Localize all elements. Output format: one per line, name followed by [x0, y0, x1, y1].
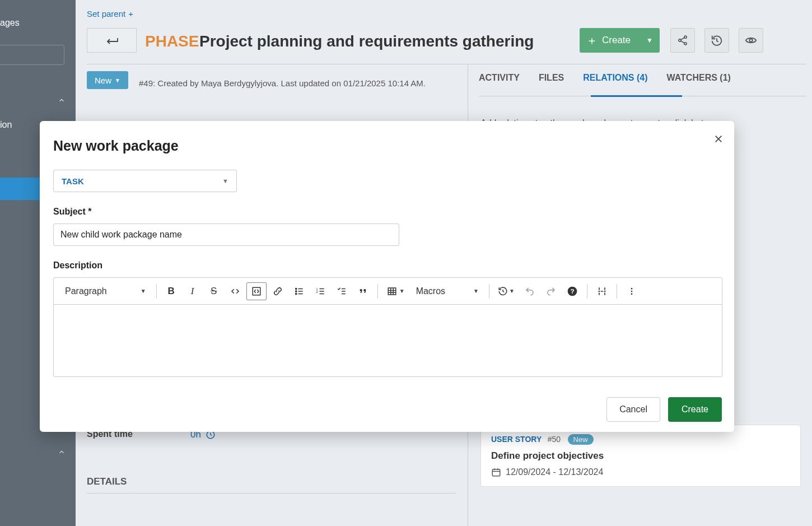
details-header: DETAILS	[87, 476, 127, 487]
link-button[interactable]	[268, 282, 288, 300]
editor-toolbar: Paragraph ▼ B I S 12	[54, 278, 722, 305]
chevron-down-icon: ▼	[115, 77, 120, 83]
bold-button[interactable]: B	[161, 282, 181, 300]
svg-line-4	[681, 41, 685, 43]
create-button[interactable]: ＋ Create ▼	[580, 28, 660, 53]
chevron-down-icon: ▼	[399, 288, 405, 294]
chevron-up-icon[interactable]	[58, 96, 66, 104]
svg-point-42	[631, 288, 633, 290]
svg-point-44	[631, 293, 633, 295]
close-button[interactable]	[714, 134, 723, 143]
plus-icon: ＋	[586, 33, 598, 48]
divider	[377, 284, 378, 299]
description-editor: Paragraph ▼ B I S 12	[53, 277, 722, 377]
wp-type-badge: PHASE	[145, 32, 199, 50]
activity-button[interactable]	[704, 28, 729, 53]
sidebar-label-2: ion	[0, 120, 12, 130]
svg-point-5	[749, 39, 753, 42]
chevron-down-icon: ▼	[141, 288, 146, 294]
strike-button[interactable]: S	[204, 282, 224, 300]
italic-button[interactable]: I	[183, 282, 203, 300]
svg-rect-13	[253, 287, 260, 295]
back-button[interactable]	[87, 28, 137, 53]
relation-title: Define project objectives	[491, 450, 790, 462]
svg-point-43	[631, 290, 633, 292]
new-work-package-modal: New work package TASK ▼ Subject * Descri…	[40, 121, 734, 432]
tabs: ACTIVITY FILES RELATIONS (4) WATCHERS (1…	[479, 73, 731, 83]
modal-title: New work package	[53, 138, 721, 154]
divider	[156, 284, 157, 299]
editor-body[interactable]	[54, 305, 722, 376]
status-dropdown[interactable]: New ▼	[87, 71, 128, 89]
share-button[interactable]	[670, 28, 695, 53]
sidebar-label: ages	[0, 18, 76, 28]
relation-card[interactable]: USER STORY #50 New Define project object…	[480, 425, 801, 487]
tab-files[interactable]: FILES	[539, 73, 564, 83]
create-submit-button[interactable]: Create	[668, 397, 722, 422]
chevron-up-icon[interactable]	[58, 448, 66, 456]
code-button[interactable]	[225, 282, 245, 300]
tab-activity[interactable]: ACTIVITY	[479, 73, 520, 83]
status-label: New	[95, 76, 111, 85]
description-label: Description	[53, 260, 721, 271]
calendar-icon	[491, 467, 501, 477]
divider	[87, 493, 456, 494]
cancel-button[interactable]: Cancel	[606, 397, 660, 422]
subject-input[interactable]	[53, 224, 399, 246]
paragraph-label: Paragraph	[65, 286, 107, 296]
svg-point-15	[295, 290, 296, 291]
chevron-down-icon: ▼	[646, 36, 653, 44]
relation-status: New	[568, 434, 594, 445]
svg-line-3	[681, 38, 685, 40]
create-label: Create	[602, 35, 631, 46]
created-info: #49: Created by Maya Berdygylyjova. Last…	[139, 78, 426, 88]
divider	[489, 284, 489, 299]
table-button[interactable]: ▼	[382, 282, 409, 300]
type-select[interactable]: TASK ▼	[53, 170, 237, 192]
bullet-list-button[interactable]	[289, 282, 309, 300]
type-value: TASK	[62, 176, 84, 186]
svg-point-16	[295, 293, 296, 294]
chevron-down-icon: ▼	[509, 288, 515, 294]
svg-text:2: 2	[316, 290, 318, 294]
set-parent-label: Set parent	[87, 9, 125, 18]
relation-id: #50	[548, 435, 561, 444]
redo-button[interactable]	[541, 282, 561, 300]
tab-relations[interactable]: RELATIONS (4)	[583, 73, 647, 83]
task-list-button[interactable]	[332, 282, 352, 300]
wp-title[interactable]: Project planning and requirements gather…	[199, 32, 534, 50]
svg-text:?: ?	[570, 287, 574, 295]
set-parent-link[interactable]: Set parent +	[87, 9, 133, 18]
divider	[617, 284, 617, 299]
tab-watchers[interactable]: WATCHERS (1)	[667, 73, 731, 83]
modal-actions: Cancel Create	[606, 397, 722, 422]
divider	[87, 64, 806, 64]
help-button[interactable]: ?	[562, 282, 582, 300]
history-button[interactable]: ▼	[494, 282, 519, 300]
relation-type: USER STORY	[491, 435, 542, 444]
undo-button[interactable]	[520, 282, 540, 300]
svg-rect-28	[388, 288, 396, 295]
plus-icon: +	[128, 9, 133, 18]
chevron-down-icon: ▼	[473, 288, 479, 294]
chevron-down-icon: ▼	[222, 178, 228, 184]
watch-button[interactable]	[739, 28, 763, 53]
macros-dropdown[interactable]: Macros ▼	[410, 286, 484, 296]
paragraph-dropdown[interactable]: Paragraph ▼	[59, 286, 152, 296]
tab-underline	[591, 95, 682, 97]
svg-point-14	[295, 288, 296, 289]
relation-dates-text: 12/09/2024 - 12/13/2024	[506, 467, 603, 477]
page-break-button[interactable]	[592, 282, 612, 300]
more-button[interactable]	[622, 282, 642, 300]
subject-label: Subject *	[53, 207, 721, 217]
relation-dates: 12/09/2024 - 12/13/2024	[491, 467, 790, 477]
macros-label: Macros	[416, 286, 445, 296]
blockquote-button[interactable]	[353, 282, 373, 300]
divider	[587, 284, 587, 299]
code-block-button[interactable]	[246, 282, 267, 300]
sidebar-search[interactable]	[0, 45, 64, 65]
svg-rect-7	[492, 469, 500, 476]
numbered-list-button[interactable]: 12	[310, 282, 330, 300]
